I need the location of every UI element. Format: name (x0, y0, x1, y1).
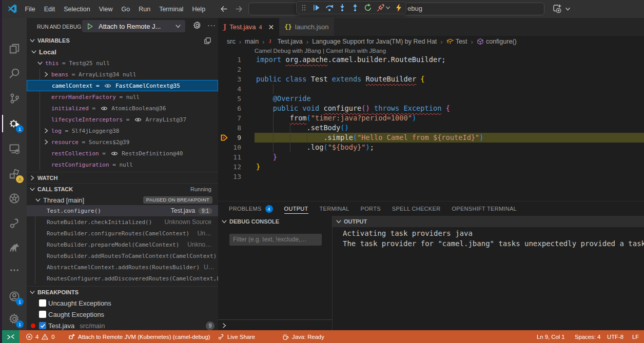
step-into-icon[interactable] (338, 3, 347, 12)
activity-item-run-and-debug[interactable]: 1 (2, 111, 27, 136)
activity-item-kubernetes[interactable] (2, 186, 27, 211)
activity-item-explorer[interactable] (2, 36, 27, 61)
checkbox-unchecked[interactable] (39, 299, 46, 307)
variable-row[interactable]: initialized = AtomicBoolean@36 (27, 103, 218, 114)
activity-item-search[interactable] (2, 61, 27, 86)
codelens-actions[interactable]: Camel Debug with JBang | Camel Run with … (255, 48, 386, 54)
variable-row[interactable]: lifecycleInterceptors = ArrayList@37 (27, 114, 218, 125)
stack-frame-row[interactable]: AbstractCamelContext.addRoutes(RoutesBui… (27, 261, 218, 273)
back-arrow-icon[interactable] (220, 5, 228, 13)
menu-file[interactable]: File (21, 4, 40, 14)
breadcrumb-item[interactable]: main (245, 38, 259, 45)
disconnect-chevron-icon[interactable] (385, 3, 391, 12)
breakpoint-row[interactable]: Test.javasrc/main9 (27, 320, 218, 330)
indentation-status[interactable]: Spaces: 4 (575, 330, 600, 343)
checkbox-unchecked[interactable] (39, 311, 46, 318)
breadcrumb-item[interactable]: src (227, 38, 236, 45)
variable-row[interactable]: log = Slf4jLogger@38 (27, 125, 218, 136)
menu-go[interactable]: Go (117, 4, 134, 14)
activity-item-extensions[interactable]: ⚠ (2, 162, 27, 186)
variable-row[interactable]: camelContext = FastCamelContext@35 (27, 80, 218, 91)
breakpoint-row[interactable]: Uncaught Exceptions (27, 297, 218, 309)
panel-tab-output[interactable]: OUTPUT (279, 201, 314, 216)
debug-target-status[interactable]: Attach to Remote JVM (Kubernetes) (camel… (68, 330, 210, 343)
eye-icon[interactable] (104, 83, 111, 89)
menu-selection[interactable]: Selection (60, 4, 94, 14)
stack-frame-row[interactable]: RouteBuilder.prepareModel(CamelContext)U… (27, 239, 218, 250)
disconnect-icon[interactable] (376, 3, 385, 12)
activity-item-live-share[interactable] (2, 211, 27, 235)
debug-settings-gear-icon[interactable] (193, 21, 202, 30)
variable-row[interactable]: restCollection = RestsDefinition@40 (27, 148, 218, 159)
hot-code-replace-icon[interactable] (394, 3, 403, 12)
activity-item-settings[interactable]: 1 (2, 307, 27, 331)
eye-icon[interactable] (111, 150, 118, 157)
activity-item-camel[interactable] (2, 235, 27, 260)
breadcrumb[interactable]: src›main›JTest.java›Language Support for… (218, 36, 644, 47)
tab-launch-json[interactable]: {}launch.json (279, 18, 334, 36)
stack-frame-row[interactable]: RouteBuilder.configureRoutes(CamelContex… (27, 228, 218, 239)
variable-row[interactable]: this = Test@25 null (27, 57, 218, 69)
menu-run[interactable]: Run (134, 4, 155, 14)
breadcrumb-item[interactable]: Language Support for Java(TM) by Red Hat (312, 38, 437, 45)
panel-tab-ports[interactable]: PORTS (355, 201, 386, 216)
menu-help[interactable]: Help (188, 4, 210, 14)
breadcrumb-item[interactable]: JTest.java (268, 38, 302, 45)
copy-icon[interactable] (204, 35, 211, 46)
live-share-status[interactable]: Live Share (218, 330, 255, 343)
panel-tab-spell-checker[interactable]: SPELL CHECKER (386, 201, 446, 216)
code-editor[interactable]: 1import org.apache.camel.builder.RouteBu… (218, 55, 644, 201)
cursor-position[interactable]: Ln 9, Col 1 (537, 330, 565, 343)
stack-frame-row[interactable]: RoutesConfigurer.addDiscoveredRoutes(Cam… (27, 273, 218, 284)
watch-header[interactable]: WATCH (27, 172, 218, 183)
breadcrumb-item[interactable]: Test (446, 38, 467, 45)
stack-frame-row[interactable]: RouteBuilder.checkInitialized()Unknown S… (27, 216, 218, 228)
encoding-status[interactable]: UTF-8 (607, 330, 623, 343)
forward-arrow-icon[interactable] (235, 5, 243, 13)
checkbox-checked[interactable] (39, 322, 46, 329)
callstack-header[interactable]: CALL STACKRunning (27, 183, 218, 194)
problems-status[interactable]: 4 0 (26, 330, 55, 343)
variable-row[interactable]: resource = Sources$2@39 (27, 136, 218, 148)
breakpoint-row[interactable]: Caught Exceptions (27, 309, 218, 320)
breadcrumb-item[interactable]: configure() (477, 38, 517, 45)
activity-item-source-control[interactable] (2, 86, 27, 111)
sidebar-more-actions-icon[interactable]: ··· (207, 21, 216, 29)
console-filter-input[interactable]: Filter (e.g. text, !exclude,… (229, 234, 322, 246)
menu-terminal[interactable]: Terminal (155, 4, 188, 14)
eye-icon[interactable] (101, 105, 108, 112)
java-status[interactable]: Java: Ready (282, 330, 324, 343)
thread-row[interactable]: Thread [main]PAUSED ON BREAKPOINT (27, 194, 218, 206)
step-over-icon[interactable] (325, 3, 334, 12)
eye-icon[interactable] (134, 116, 142, 123)
step-out-icon[interactable] (350, 3, 360, 12)
debug-console-header[interactable]: DEBUG CONSOLE (218, 216, 332, 227)
variable-row[interactable]: errorHandlerFactory = null (27, 91, 218, 103)
variable-row[interactable]: Local (27, 46, 218, 57)
activity-item-accounts[interactable]: 1 (2, 284, 27, 309)
menu-view[interactable]: View (94, 4, 117, 14)
continue-icon[interactable] (312, 3, 321, 12)
stack-frame-row[interactable]: RouteBuilder.addRoutesToCamelContext(Cam… (27, 250, 218, 261)
debug-config-picker[interactable]: Attach to Remote J... (82, 20, 185, 32)
variable-row[interactable]: beans = ArrayList@34 null (27, 69, 218, 80)
eol-status[interactable]: LF (632, 330, 639, 343)
copilot-status[interactable] (552, 4, 571, 14)
console-input-row[interactable] (218, 319, 333, 331)
breakpoints-header[interactable]: BREAKPOINTS (27, 286, 218, 297)
panel-tab-openshift-terminal[interactable]: OPENSHIFT TERMINAL (446, 201, 522, 216)
activity-item-more[interactable] (2, 258, 27, 283)
output-header[interactable]: OUTPUT (333, 216, 644, 227)
panel-tab-problems[interactable]: PROBLEMS4 (223, 201, 279, 216)
panel-tab-terminal[interactable]: TERMINAL (314, 201, 355, 216)
restart-icon[interactable] (363, 3, 373, 12)
variables-header[interactable]: VARIABLES (27, 35, 218, 46)
activity-item-remote-explorer[interactable] (2, 136, 27, 161)
variable-row[interactable]: restConfiguration = null (27, 159, 218, 170)
menu-edit[interactable]: Edit (40, 4, 60, 14)
tab-test-java[interactable]: JTest.java4✕ (218, 18, 279, 36)
remote-indicator[interactable] (2, 330, 19, 343)
close-icon[interactable]: ✕ (268, 23, 275, 31)
drag-handle-icon[interactable] (299, 3, 308, 12)
stack-frame-row[interactable]: Test.configure()Test.java9:1 (27, 205, 218, 216)
